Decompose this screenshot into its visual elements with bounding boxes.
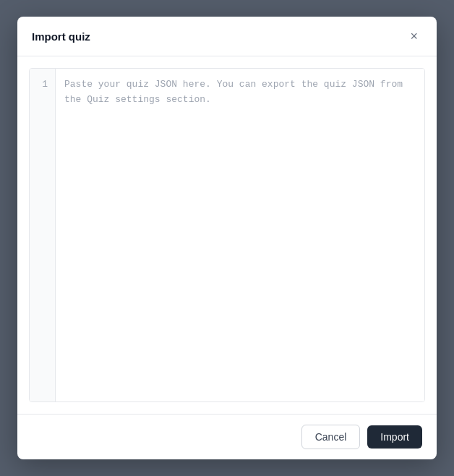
json-input[interactable] xyxy=(56,69,424,401)
modal-footer: Cancel Import xyxy=(17,414,437,459)
line-numbers: 1 xyxy=(30,69,56,401)
modal-header: Import quiz × xyxy=(17,17,437,56)
close-button[interactable]: × xyxy=(406,28,422,44)
cancel-button[interactable]: Cancel xyxy=(301,425,361,449)
import-button[interactable]: Import xyxy=(367,425,422,449)
modal-body: 1 xyxy=(17,56,437,414)
import-quiz-modal: Import quiz × 1 Cancel Import xyxy=(17,17,437,459)
json-editor-container: 1 xyxy=(29,68,425,402)
line-number-1: 1 xyxy=(37,77,48,93)
modal-title: Import quiz xyxy=(32,30,90,43)
